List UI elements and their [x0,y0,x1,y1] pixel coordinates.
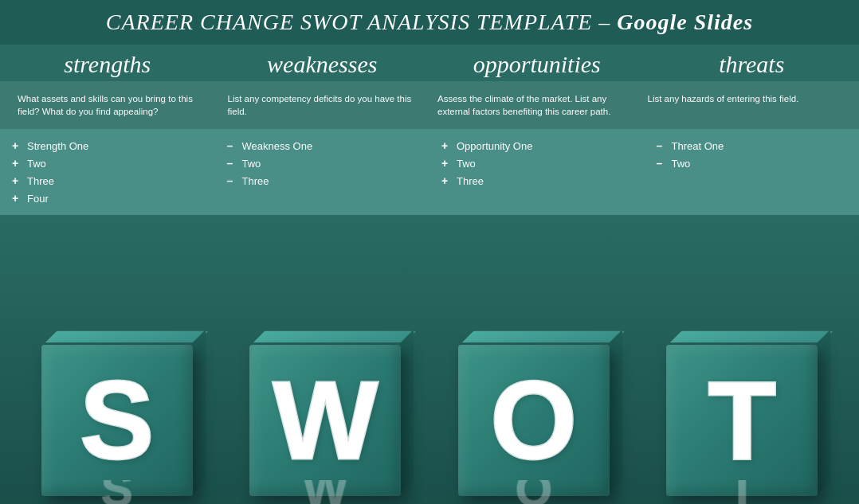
list-item: +Four [10,189,206,207]
reflection-letter-w: W [225,480,427,504]
items-col-2: +Opportunity One+Two+Three [430,134,645,210]
minus-icon: – [225,139,236,152]
item-label: Three [27,175,54,187]
cube-side-face [816,330,830,495]
list-item: –Weakness One [225,137,421,154]
item-label: Two [672,158,691,170]
list-item: +Strength One [10,137,206,154]
description-row: What assets and skills can you bring to … [0,81,859,129]
plus-icon: + [439,139,450,152]
list-item: –Two [654,154,850,172]
cube-top-face [462,331,625,342]
cube-letter-w: W [273,365,378,476]
minus-icon: – [654,139,665,152]
plus-icon: + [10,174,21,187]
desc-opportunities: Assess the climate of the market. List a… [430,88,640,123]
items-col-3: –Threat One–Two [645,134,860,210]
col-header-strengths: strengths [0,51,215,78]
cube-side-face [191,330,206,495]
reflection-letter-s: S [16,480,218,504]
list-item: +Two [439,154,635,172]
item-label: Weakness One [242,140,313,152]
minus-icon: – [225,174,236,187]
list-item: +Two [10,154,206,172]
desc-weaknesses: List any competency deficits do you have… [220,88,430,123]
item-label: Two [27,158,46,170]
list-item: –Two [225,154,421,172]
item-label: Four [27,193,49,205]
item-label: Three [457,175,484,187]
col-header-threats: threats [645,51,860,78]
header: CAREER CHANGE SWOT ANALYSIS TEMPLATE – G… [0,0,859,45]
plus-icon: + [439,174,450,187]
item-label: Threat One [672,140,724,152]
list-item: –Three [225,172,421,189]
col-header-weaknesses: weaknesses [215,51,430,78]
item-label: Two [457,158,476,170]
items-section: +Strength One+Two+Three+Four–Weakness On… [0,129,859,215]
cube-side-face [608,330,622,495]
main-container: CAREER CHANGE SWOT ANALYSIS TEMPLATE – G… [0,0,859,504]
minus-icon: – [225,157,236,170]
cube-letter-o: O [490,365,577,476]
reflection-row: SWOT [0,472,859,504]
desc-threats: List any hazards of entering this field. [640,88,850,123]
header-title: CAREER CHANGE SWOT ANALYSIS TEMPLATE – G… [16,10,843,35]
cube-top-face [45,331,208,342]
item-label: Three [242,175,269,187]
title-bold-text: CAREER CHANGE SWOT ANALYSIS TEMPLATE – [106,10,618,34]
desc-strengths: What assets and skills can you bring to … [10,88,220,123]
item-label: Two [242,158,261,170]
title-italic-text: Google Slides [617,10,753,34]
plus-icon: + [10,139,21,152]
cube-letter-s: S [80,365,154,476]
list-item: +Three [10,172,206,189]
bottom-area: SWOT SWOT [0,215,859,504]
reflection-letter-t: T [641,480,844,504]
cube-letter-t: T [708,365,776,476]
column-headers: strengths weaknesses opportunities threa… [0,45,859,81]
item-label: Opportunity One [457,140,532,152]
cube-top-face [253,331,416,342]
col-header-opportunities: opportunities [430,51,645,78]
cube-side-face [399,330,414,495]
list-item: +Three [439,172,635,189]
reflection-letter-o: O [433,480,635,504]
plus-icon: + [10,157,21,170]
plus-icon: + [10,192,21,205]
items-col-1: –Weakness One–Two–Three [215,134,430,210]
minus-icon: – [654,157,665,170]
plus-icon: + [439,157,450,170]
list-item: –Threat One [654,137,850,154]
list-item: +Opportunity One [439,137,635,154]
item-label: Strength One [27,140,88,152]
items-col-0: +Strength One+Two+Three+Four [0,134,215,210]
cube-top-face [670,331,833,342]
